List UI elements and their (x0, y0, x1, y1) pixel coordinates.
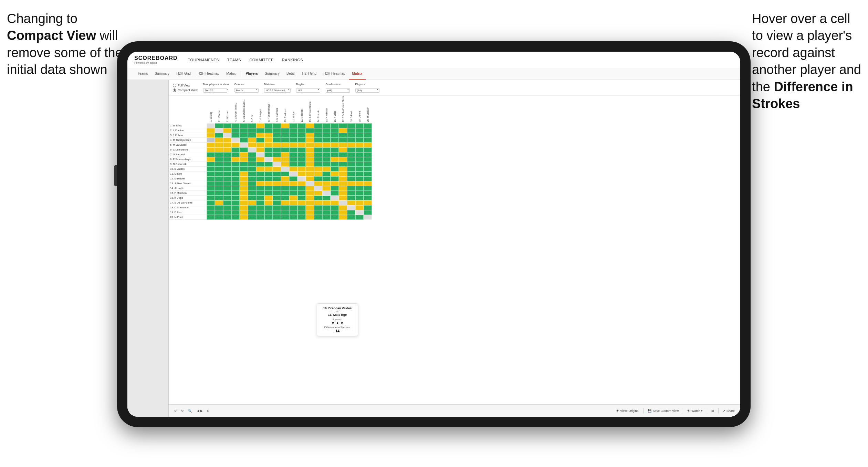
grid-cell[interactable] (331, 162, 339, 167)
grid-cell[interactable] (207, 162, 215, 167)
grid-cell[interactable] (297, 157, 306, 162)
grid-cell[interactable] (273, 176, 281, 181)
grid-cell[interactable] (223, 205, 231, 210)
grid-cell[interactable] (297, 123, 306, 128)
grid-cell[interactable] (339, 128, 347, 133)
grid-cell[interactable] (339, 186, 347, 191)
grid-cell[interactable] (248, 128, 256, 133)
grid-cell[interactable] (231, 157, 240, 162)
grid-cell[interactable] (207, 196, 215, 200)
grid-cell[interactable] (355, 157, 364, 162)
grid-cell[interactable] (231, 133, 240, 138)
grid-cell[interactable] (281, 133, 289, 138)
filter-division-select[interactable]: NCAA Division I (264, 88, 291, 93)
grid-cell[interactable] (240, 215, 248, 220)
grid-cell[interactable] (281, 191, 289, 196)
grid-cell[interactable] (331, 186, 339, 191)
grid-cell[interactable] (364, 186, 372, 191)
grid-cell[interactable] (231, 215, 240, 220)
grid-cell[interactable] (256, 128, 264, 133)
grid-cell[interactable] (231, 123, 240, 128)
grid-cell[interactable] (289, 128, 297, 133)
grid-cell[interactable] (207, 147, 215, 152)
grid-cell[interactable] (264, 215, 273, 220)
grid-cell[interactable] (215, 196, 223, 200)
grid-cell[interactable] (364, 123, 372, 128)
grid-cell[interactable] (314, 181, 322, 186)
grid-cell[interactable] (289, 215, 297, 220)
grid-cell[interactable] (256, 162, 264, 167)
grid-cell[interactable] (314, 143, 322, 147)
grid-cell[interactable] (281, 205, 289, 210)
grid-cell[interactable] (364, 191, 372, 196)
grid-cell[interactable] (289, 205, 297, 210)
grid-cell[interactable] (297, 191, 306, 196)
sub-nav-h2h-grid2[interactable]: H2H Grid (299, 68, 320, 80)
grid-cell[interactable] (215, 172, 223, 176)
grid-cell[interactable] (306, 167, 314, 172)
grid-cell[interactable] (256, 172, 264, 176)
grid-cell[interactable] (322, 176, 331, 181)
grid-cell[interactable] (314, 162, 322, 167)
grid-cell[interactable] (355, 128, 364, 133)
nav-link-teams[interactable]: TEAMS (227, 58, 241, 62)
grid-cell[interactable] (281, 157, 289, 162)
grid-cell[interactable] (297, 205, 306, 210)
grid-cell[interactable] (240, 123, 248, 128)
grid-cell[interactable] (364, 181, 372, 186)
grid-cell[interactable] (314, 147, 322, 152)
grid-cell[interactable] (215, 167, 223, 172)
grid-cell[interactable] (355, 138, 364, 143)
grid-cell[interactable] (297, 176, 306, 181)
sub-nav-teams[interactable]: Teams (134, 68, 151, 80)
grid-cell[interactable] (306, 157, 314, 162)
grid-cell[interactable] (331, 196, 339, 200)
grid-cell[interactable] (347, 143, 355, 147)
grid-cell[interactable] (256, 215, 264, 220)
grid-cell[interactable] (256, 196, 264, 200)
grid-cell[interactable] (322, 162, 331, 167)
grid-cell[interactable] (322, 210, 331, 215)
grid-cell[interactable] (273, 200, 281, 205)
grid-cell[interactable] (306, 191, 314, 196)
grid-cell[interactable] (207, 123, 215, 128)
grid-cell[interactable] (256, 138, 264, 143)
sub-nav-matrix1[interactable]: Matrix (223, 68, 239, 80)
grid-cell[interactable] (289, 143, 297, 147)
grid-cell[interactable] (364, 147, 372, 152)
grid-cell[interactable] (231, 181, 240, 186)
grid-cell[interactable] (331, 152, 339, 157)
grid-cell[interactable] (231, 128, 240, 133)
grid-cell[interactable] (339, 181, 347, 186)
grid-cell[interactable] (314, 191, 322, 196)
grid-cell[interactable] (314, 138, 322, 143)
grid-cell[interactable] (364, 200, 372, 205)
grid-cell[interactable] (264, 196, 273, 200)
grid-cell[interactable] (364, 196, 372, 200)
grid-cell[interactable] (306, 210, 314, 215)
grid-cell[interactable] (231, 138, 240, 143)
grid-cell[interactable] (207, 191, 215, 196)
grid-cell[interactable] (273, 157, 281, 162)
grid-cell[interactable] (322, 181, 331, 186)
grid-cell[interactable] (215, 210, 223, 215)
grid-cell[interactable] (364, 133, 372, 138)
grid-cell[interactable] (223, 215, 231, 220)
grid-cell[interactable] (314, 196, 322, 200)
grid-cell[interactable] (331, 128, 339, 133)
grid-cell[interactable] (248, 191, 256, 196)
grid-cell[interactable] (273, 138, 281, 143)
grid-cell[interactable] (347, 133, 355, 138)
grid-cell[interactable] (339, 210, 347, 215)
grid-cell[interactable] (240, 205, 248, 210)
grid-cell[interactable] (223, 157, 231, 162)
filter-players-select[interactable]: (All) (355, 88, 379, 93)
grid-cell[interactable] (256, 157, 264, 162)
full-view-radio[interactable] (173, 84, 176, 87)
grid-cell[interactable] (248, 176, 256, 181)
grid-cell[interactable] (314, 205, 322, 210)
grid-cell[interactable] (331, 133, 339, 138)
grid-cell[interactable] (331, 205, 339, 210)
grid-cell[interactable] (223, 147, 231, 152)
grid-cell[interactable] (240, 133, 248, 138)
